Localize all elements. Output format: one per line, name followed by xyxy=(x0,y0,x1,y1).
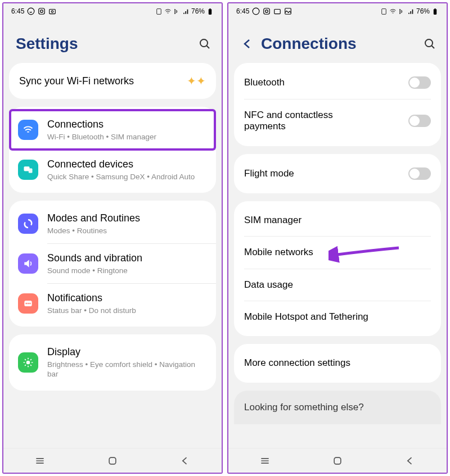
recents-button[interactable] xyxy=(259,455,271,466)
svg-rect-7 xyxy=(209,8,210,9)
row-display[interactable]: Display Brightness • Eye comfort shield … xyxy=(9,338,216,387)
row-connections[interactable]: Connections Wi-Fi • Bluetooth • SIM mana… xyxy=(9,110,216,149)
help-section[interactable]: Looking for something else? xyxy=(234,391,441,424)
row-title: Modes and Routines xyxy=(47,212,207,225)
page-title: Connections xyxy=(261,35,357,53)
camera-icon xyxy=(48,7,56,15)
row-bluetooth[interactable]: Bluetooth xyxy=(234,66,441,99)
back-icon[interactable] xyxy=(241,37,254,51)
phone-connections: 6:45 76% Connections Bluetooth xyxy=(227,2,448,474)
page-header: Connections xyxy=(228,19,447,63)
row-mobile-networks[interactable]: Mobile networks xyxy=(234,237,441,268)
routines-icon xyxy=(18,214,38,234)
row-title: Flight mode xyxy=(244,168,294,179)
row-title: Connections xyxy=(47,118,207,131)
row-title: SIM manager xyxy=(244,215,302,226)
status-bar: 6:45 76% xyxy=(228,3,447,19)
svg-rect-26 xyxy=(334,457,341,464)
volte-icon xyxy=(398,8,406,15)
battery-saver-icon xyxy=(380,8,388,15)
svg-rect-10 xyxy=(29,169,33,173)
svg-rect-3 xyxy=(50,10,56,14)
row-title: Bluetooth xyxy=(244,77,285,88)
gallery-icon xyxy=(284,7,292,15)
wifi-icon xyxy=(389,8,397,15)
battery-icon xyxy=(206,8,214,15)
home-button[interactable] xyxy=(332,455,343,466)
row-sub: Brightness • Eye comfort shield • Naviga… xyxy=(47,360,207,379)
volte-icon xyxy=(173,8,181,15)
search-icon[interactable] xyxy=(198,37,212,51)
svg-rect-20 xyxy=(274,10,281,14)
row-connected-devices[interactable]: Connected devices Quick Share • Samsung … xyxy=(9,150,216,189)
svg-point-14 xyxy=(29,303,31,305)
row-nfc[interactable]: NFC and contactless payments xyxy=(234,99,441,143)
row-more-settings[interactable]: More connection settings xyxy=(234,347,441,379)
row-title: Sounds and vibration xyxy=(47,252,207,265)
bluetooth-toggle[interactable] xyxy=(408,76,431,89)
row-data-usage[interactable]: Data usage xyxy=(234,269,441,301)
svg-point-13 xyxy=(28,303,29,305)
clock: 6:45 xyxy=(236,7,249,15)
status-right: 76% xyxy=(155,7,214,15)
row-title: Mobile networks xyxy=(244,247,313,258)
status-left: 6:45 xyxy=(11,7,56,15)
row-hotspot-tethering[interactable]: Mobile Hotspot and Tethering xyxy=(234,301,441,333)
back-button[interactable] xyxy=(404,455,416,466)
recents-button[interactable] xyxy=(34,455,46,466)
back-button[interactable] xyxy=(179,455,191,466)
svg-rect-22 xyxy=(382,8,386,14)
nav-bar xyxy=(3,448,222,473)
flight-mode-toggle[interactable] xyxy=(408,167,431,180)
signal-icon xyxy=(407,8,415,15)
group-display: Display Brightness • Eye comfort shield … xyxy=(9,334,216,391)
svg-rect-18 xyxy=(264,8,270,15)
instagram-icon xyxy=(263,7,271,15)
svg-point-15 xyxy=(26,361,30,365)
row-notifications[interactable]: Notifications Status bar • Do not distur… xyxy=(9,284,216,323)
promo-text: Sync your Wi-Fi networks xyxy=(19,75,134,87)
status-bar: 6:45 76% xyxy=(3,3,222,19)
nfc-toggle[interactable] xyxy=(408,115,431,127)
help-title: Looking for something else? xyxy=(244,402,364,412)
svg-point-0 xyxy=(28,8,35,15)
row-title: Mobile Hotspot and Tethering xyxy=(244,311,368,323)
row-sub: Quick Share • Samsung DeX • Android Auto xyxy=(47,172,207,182)
wifi-icon xyxy=(164,8,172,15)
home-button[interactable] xyxy=(107,455,118,466)
row-sub: Status bar • Do not disturb xyxy=(47,306,207,316)
row-sub: Modes • Routines xyxy=(47,226,207,236)
svg-rect-24 xyxy=(434,8,435,9)
wifi-settings-icon xyxy=(18,120,38,140)
status-right: 76% xyxy=(380,7,439,15)
battery-percent: 76% xyxy=(191,7,205,15)
row-sim-manager[interactable]: SIM manager xyxy=(234,205,441,236)
row-sub: Wi-Fi • Bluetooth • SIM manager xyxy=(47,132,207,142)
search-icon[interactable] xyxy=(423,37,436,51)
page-title: Settings xyxy=(16,35,78,53)
group-connections: Connections Wi-Fi • Bluetooth • SIM mana… xyxy=(9,107,216,193)
row-modes-routines[interactable]: Modes and Routines Modes • Routines xyxy=(9,204,216,243)
group-bt-nfc: Bluetooth NFC and contactless payments xyxy=(234,63,441,146)
whatsapp-icon xyxy=(27,7,35,15)
svg-rect-6 xyxy=(209,9,212,15)
svg-point-19 xyxy=(266,10,268,13)
page-header: Settings xyxy=(3,19,222,63)
group-sim-data: SIM manager Mobile networks Data usage M… xyxy=(234,201,441,337)
display-icon xyxy=(18,352,38,373)
sound-icon xyxy=(18,253,38,274)
row-title: Display xyxy=(47,346,207,359)
sparkles-icon: ✦✦ xyxy=(187,74,206,88)
svg-rect-5 xyxy=(157,8,161,14)
row-sounds-vibration[interactable]: Sounds and vibration Sound mode • Ringto… xyxy=(9,244,216,283)
row-title: Notifications xyxy=(47,292,207,305)
battery-saver-icon xyxy=(155,8,163,15)
svg-point-4 xyxy=(52,11,54,12)
svg-point-2 xyxy=(40,10,43,13)
battery-icon xyxy=(431,8,439,15)
row-flight-mode[interactable]: Flight mode xyxy=(234,157,441,190)
svg-point-25 xyxy=(425,39,433,47)
row-sub: Sound mode • Ringtone xyxy=(47,266,207,276)
wifi-sync-promo[interactable]: Sync your Wi-Fi networks ✦✦ xyxy=(9,63,216,99)
row-title: NFC and contactless payments xyxy=(244,110,368,133)
